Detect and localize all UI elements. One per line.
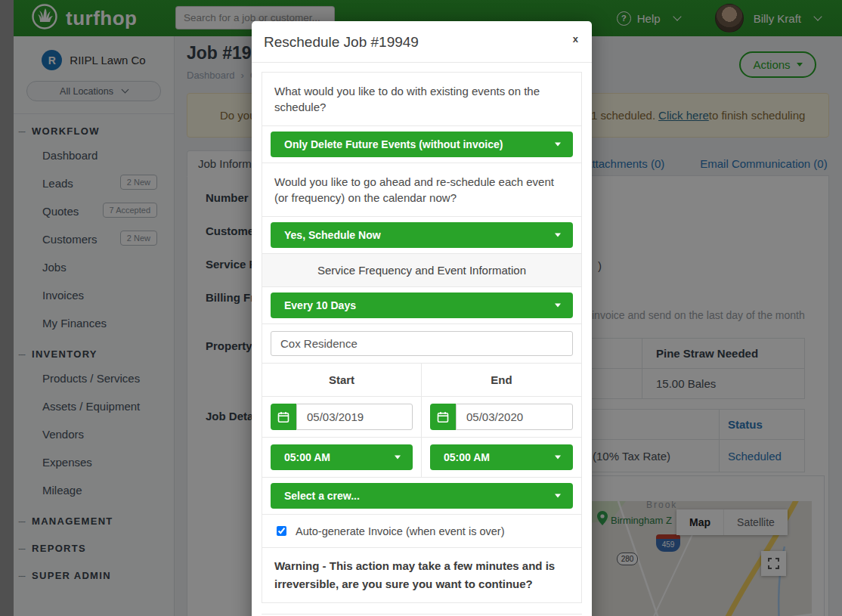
start-column-header: Start <box>262 364 422 396</box>
end-date-cell <box>422 397 581 437</box>
modal-body: What would you like to do with existing … <box>252 63 592 616</box>
dropdown-value: Every 10 Days <box>284 299 356 311</box>
warning-text: Warning - This action may take a few min… <box>262 547 581 602</box>
frequency-dropdown[interactable]: Every 10 Days <box>271 293 573 318</box>
event-name-input[interactable] <box>271 331 573 356</box>
frequency-row: Every 10 Days <box>262 286 581 323</box>
dropdown-value: Yes, Schedule Now <box>284 229 381 241</box>
schedule-now-row: Yes, Schedule Now <box>262 216 581 253</box>
section-header: Service Frequency and Event Information <box>262 253 581 286</box>
modal-form: What would you like to do with existing … <box>262 72 582 603</box>
dropdown-value: Only Delete Future Events (without invoi… <box>284 138 503 150</box>
start-time-dropdown[interactable]: 05:00 AM <box>271 444 413 470</box>
event-name-row <box>262 323 581 363</box>
end-column-header: End <box>422 364 581 396</box>
close-icon[interactable]: x <box>573 33 578 45</box>
question-existing-events: What would you like to do with existing … <box>262 73 581 125</box>
end-time-cell: 05:00 AM <box>422 438 581 477</box>
reschedule-modal: Reschedule Job #19949 x What would you l… <box>252 21 592 616</box>
question-reschedule-now: Would you like to go ahead and re-schedu… <box>262 163 581 216</box>
schedule-now-dropdown[interactable]: Yes, Schedule Now <box>271 222 573 248</box>
calendar-icon <box>277 411 289 423</box>
caret-down-icon <box>555 494 561 498</box>
caret-down-icon <box>555 456 561 460</box>
end-date-input[interactable] <box>456 404 573 430</box>
app-root: turfhop ? Help Billy Kraft R RIIPL Lawn … <box>0 0 842 616</box>
auto-invoice-label: Auto-generate Invoice (when event is ove… <box>296 525 504 537</box>
time-row: 05:00 AM 05:00 AM <box>262 437 581 477</box>
caret-down-icon <box>555 234 561 237</box>
start-time-cell: 05:00 AM <box>262 438 422 477</box>
dropdown-value: 05:00 AM <box>444 451 490 463</box>
caret-down-icon <box>395 456 401 460</box>
start-date-cell <box>262 397 422 437</box>
calendar-icon-button[interactable] <box>430 404 456 430</box>
dropdown-value: Select a crew... <box>284 490 360 502</box>
auto-invoice-checkbox[interactable] <box>277 526 286 536</box>
start-end-header-row: Start End <box>262 363 581 396</box>
existing-events-dropdown[interactable]: Only Delete Future Events (without invoi… <box>271 132 573 157</box>
crew-dropdown[interactable]: Select a crew... <box>271 483 573 509</box>
auto-invoice-row: Auto-generate Invoice (when event is ove… <box>262 514 581 547</box>
modal-header: Reschedule Job #19949 x <box>252 21 592 63</box>
calendar-icon <box>437 411 449 423</box>
caret-down-icon <box>555 143 561 147</box>
caret-down-icon <box>555 304 561 308</box>
end-time-dropdown[interactable]: 05:00 AM <box>430 444 573 470</box>
date-row <box>262 396 581 437</box>
modal-title: Reschedule Job #19949 <box>264 34 419 50</box>
dropdown-value: 05:00 AM <box>284 451 330 463</box>
start-date-input[interactable] <box>296 404 413 430</box>
calendar-icon-button[interactable] <box>271 404 296 430</box>
existing-events-row: Only Delete Future Events (without invoi… <box>262 125 581 163</box>
crew-row: Select a crew... <box>262 477 581 514</box>
